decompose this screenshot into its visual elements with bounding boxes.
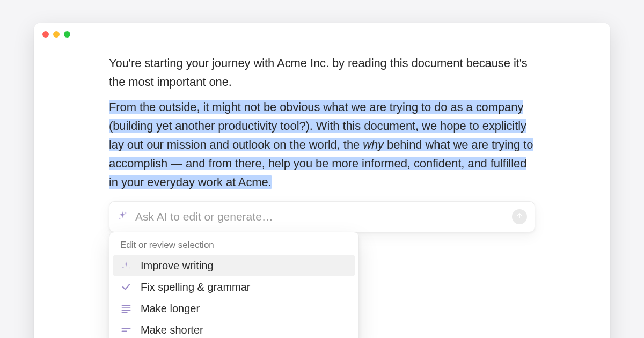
- menu-item-make-longer[interactable]: Make longer: [113, 298, 355, 319]
- check-icon: [120, 281, 132, 293]
- lines-long-icon: [120, 303, 132, 314]
- magic-wand-icon: [120, 260, 132, 271]
- app-window: You're starting your journey with Acme I…: [34, 23, 610, 338]
- paragraph-1[interactable]: You're starting your journey with Acme I…: [109, 54, 535, 91]
- menu-item-fix-spelling-grammar[interactable]: Fix spelling & grammar: [113, 276, 355, 298]
- minimize-window-button[interactable]: [53, 31, 60, 38]
- selected-text-italic[interactable]: why: [363, 138, 384, 151]
- send-button[interactable]: [512, 209, 527, 224]
- window-controls: [42, 31, 70, 38]
- menu-item-label: Improve writing: [141, 259, 214, 272]
- menu-item-improve-writing[interactable]: Improve writing: [113, 255, 355, 276]
- sparkle-icon: [117, 210, 128, 223]
- paragraph-2[interactable]: From the outside, it might not be obviou…: [109, 98, 535, 192]
- ai-actions-menu: Edit or review selection Improve writing…: [109, 232, 359, 338]
- ai-prompt-bar[interactable]: [109, 201, 535, 232]
- close-window-button[interactable]: [42, 31, 49, 38]
- menu-section-header: Edit or review selection: [113, 238, 355, 255]
- menu-item-label: Make longer: [141, 302, 200, 315]
- ai-prompt-input[interactable]: [135, 210, 504, 223]
- zoom-window-button[interactable]: [64, 31, 70, 38]
- document-content[interactable]: You're starting your journey with Acme I…: [109, 54, 535, 232]
- lines-short-icon: [120, 324, 132, 336]
- arrow-up-icon: [516, 212, 523, 222]
- menu-item-label: Fix spelling & grammar: [141, 281, 251, 293]
- menu-item-make-shorter[interactable]: Make shorter: [113, 319, 355, 338]
- menu-item-label: Make shorter: [141, 324, 203, 336]
